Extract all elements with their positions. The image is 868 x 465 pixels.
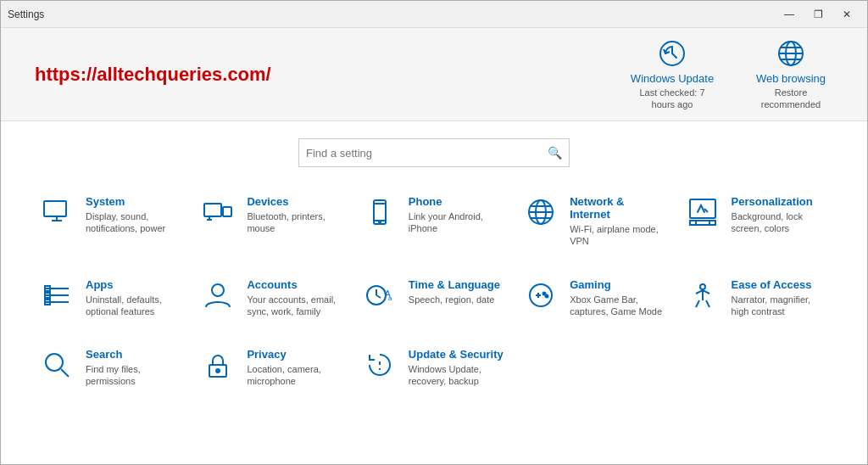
- search-icon: 🔍: [548, 146, 562, 160]
- search-box: 🔍: [298, 138, 570, 167]
- setting-apps[interactable]: Apps Uninstall, defaults, optional featu…: [35, 272, 187, 325]
- svg-rect-6: [44, 201, 66, 216]
- update-security-icon: [363, 348, 397, 382]
- setting-phone[interactable]: Phone Link your Android, iPhone: [358, 188, 510, 255]
- setting-system[interactable]: System Display, sound, notifications, po…: [35, 188, 187, 255]
- svg-point-45: [46, 354, 63, 371]
- ease-of-access-desc: Narrator, magnifier, high contrast: [732, 294, 828, 318]
- setting-accounts[interactable]: Accounts Your accounts, email, sync, wor…: [196, 272, 348, 325]
- devices-desc: Bluetooth, printers, mouse: [247, 210, 343, 235]
- svg-rect-23: [690, 221, 715, 225]
- windows-update-icon: [657, 38, 687, 69]
- setting-network[interactable]: Network & Internet Wi-Fi, airplane mode,…: [519, 188, 671, 255]
- search-desc: Find my files, permissions: [86, 363, 182, 388]
- ease-of-access-title: Ease of Access: [732, 278, 828, 291]
- update-security-desc: Windows Update, recovery, backup: [409, 363, 505, 388]
- setting-personalization[interactable]: Personalization Background, lock screen,…: [681, 188, 833, 255]
- window-title: Settings: [8, 8, 776, 20]
- settings-grid: System Display, sound, notifications, po…: [1, 180, 867, 412]
- accounts-icon: [201, 278, 235, 312]
- update-security-title: Update & Security: [409, 348, 505, 361]
- minimize-button[interactable]: —: [776, 5, 803, 24]
- accounts-title: Accounts: [247, 278, 343, 291]
- setting-gaming[interactable]: Gaming Xbox Game Bar, captures, Game Mod…: [519, 272, 671, 325]
- windows-update-subtitle: Last checked: 7 hours ago: [630, 87, 715, 111]
- privacy-title: Privacy: [247, 348, 343, 361]
- apps-desc: Uninstall, defaults, optional features: [86, 294, 182, 318]
- svg-point-48: [216, 369, 220, 373]
- search-input[interactable]: [306, 147, 548, 160]
- svg-line-35: [376, 295, 381, 298]
- svg-point-41: [543, 292, 546, 294]
- web-browsing-title: Web browsing: [756, 72, 826, 85]
- personalization-desc: Background, lock screen, colors: [732, 210, 828, 235]
- apps-title: Apps: [86, 278, 182, 291]
- notifications-area: Windows Update Last checked: 7 hours ago…: [630, 38, 833, 111]
- ease-of-access-icon: [686, 278, 720, 312]
- search-setting-icon: [40, 348, 74, 382]
- setting-devices[interactable]: Devices Bluetooth, printers, mouse: [196, 188, 348, 255]
- system-desc: Display, sound, notifications, power: [86, 210, 182, 235]
- privacy-desc: Location, camera, microphone: [247, 363, 343, 388]
- title-bar: Settings — ❐ ✕: [1, 1, 867, 28]
- notification-windows-update[interactable]: Windows Update Last checked: 7 hours ago: [630, 38, 715, 111]
- restore-button[interactable]: ❐: [804, 5, 832, 24]
- setting-time-language[interactable]: A a Time & Language Speech, region, date: [358, 272, 510, 325]
- time-language-title: Time & Language: [409, 278, 500, 291]
- network-icon: [524, 195, 558, 229]
- phone-desc: Link your Android, iPhone: [409, 210, 505, 235]
- svg-point-42: [546, 294, 548, 297]
- setting-privacy[interactable]: Privacy Location, camera, microphone: [196, 341, 348, 395]
- search-title: Search: [86, 348, 182, 361]
- setting-search[interactable]: Search Find my files, permissions: [35, 341, 187, 395]
- setting-ease-of-access[interactable]: Ease of Access Narrator, magnifier, high…: [681, 272, 833, 325]
- gaming-title: Gaming: [570, 278, 666, 291]
- top-bar: https://alltechqueries.com/ Windows Upda…: [1, 28, 867, 121]
- phone-icon: [363, 195, 397, 229]
- gaming-desc: Xbox Game Bar, captures, Game Mode: [570, 294, 666, 318]
- privacy-icon: [201, 348, 235, 382]
- time-language-icon: A a: [363, 278, 397, 312]
- windows-update-title: Windows Update: [631, 72, 714, 85]
- apps-icon: [40, 278, 74, 312]
- notification-web-browsing[interactable]: Web browsing Restore recommended: [748, 38, 833, 111]
- time-language-desc: Speech, region, date: [409, 294, 500, 305]
- devices-icon: [201, 195, 235, 229]
- system-title: System: [86, 195, 182, 208]
- phone-title: Phone: [409, 195, 505, 208]
- svg-line-46: [61, 369, 69, 377]
- devices-title: Devices: [247, 195, 343, 208]
- brand-link[interactable]: https://alltechqueries.com/: [35, 64, 271, 85]
- brand-section: https://alltechqueries.com/: [35, 64, 630, 86]
- accounts-desc: Your accounts, email, sync, work, family: [247, 294, 343, 318]
- svg-point-32: [212, 284, 224, 296]
- close-button[interactable]: ✕: [833, 5, 860, 24]
- svg-rect-9: [204, 204, 221, 216]
- personalization-title: Personalization: [732, 195, 828, 208]
- svg-point-43: [700, 284, 705, 289]
- network-title: Network & Internet: [570, 195, 666, 221]
- svg-point-16: [379, 221, 381, 223]
- web-browsing-subtitle: Restore recommended: [748, 87, 833, 111]
- gaming-icon: [524, 278, 558, 312]
- system-icon: [40, 195, 74, 229]
- setting-update-security[interactable]: Update & Security Windows Update, recove…: [358, 341, 510, 395]
- window-controls: — ❐ ✕: [776, 5, 860, 24]
- svg-text:a: a: [388, 294, 392, 302]
- personalization-icon: [686, 195, 720, 229]
- search-section: 🔍: [1, 121, 867, 180]
- web-browsing-icon: [776, 38, 806, 69]
- svg-rect-10: [223, 207, 231, 216]
- network-desc: Wi-Fi, airplane mode, VPN: [570, 223, 666, 248]
